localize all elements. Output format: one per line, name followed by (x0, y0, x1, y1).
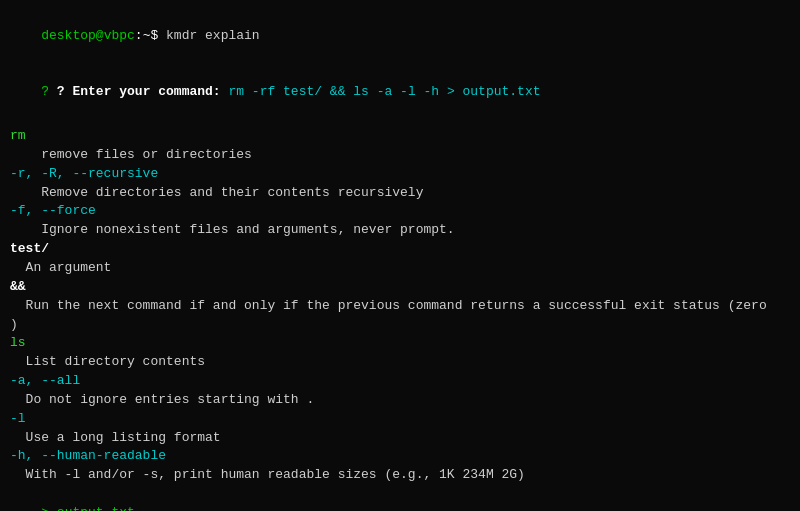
desc-and-close: ) (10, 316, 790, 335)
command-value: rm -rf test/ && ls -a -l -h > output.txt (221, 84, 541, 99)
keyword-ls: ls (10, 334, 790, 353)
keyword-test: test/ (10, 240, 790, 259)
keyword-and: && (10, 278, 790, 297)
desc-force: Ignore nonexistent files and arguments, … (10, 221, 790, 240)
desc-ls: List directory contents (10, 353, 790, 372)
input-prompt-line: ? ? Enter your command: rm -rf test/ && … (10, 65, 790, 122)
keyword-redirect: > output.txt (10, 485, 790, 511)
desc-recursive: Remove directories and their contents re… (10, 184, 790, 203)
desc-human-readable: With -l and/or -s, print human readable … (10, 466, 790, 485)
terminal: desktop@vbpc:~$ kmdr explain ? ? Enter y… (0, 0, 800, 511)
shell-prompt-line: desktop@vbpc:~$ kmdr explain (10, 8, 790, 65)
desc-all: Do not ignore entries starting with . (10, 391, 790, 410)
prompt-separator: :~$ (135, 28, 158, 43)
desc-and: Run the next command if and only if the … (10, 297, 790, 316)
keyword-force: -f, --force (10, 202, 790, 221)
question-mark: ? (41, 84, 57, 99)
keyword-l: -l (10, 410, 790, 429)
keyword-recursive: -r, -R, --recursive (10, 165, 790, 184)
keyword-rm: rm (10, 127, 790, 146)
desc-test: An argument (10, 259, 790, 278)
keyword-human-readable: -h, --human-readable (10, 447, 790, 466)
enter-command-label: ? Enter your command: (57, 84, 221, 99)
desc-rm: remove files or directories (10, 146, 790, 165)
prompt-user: desktop@vbpc (41, 28, 135, 43)
desc-l: Use a long listing format (10, 429, 790, 448)
keyword-all: -a, --all (10, 372, 790, 391)
prompt-command: kmdr explain (158, 28, 259, 43)
